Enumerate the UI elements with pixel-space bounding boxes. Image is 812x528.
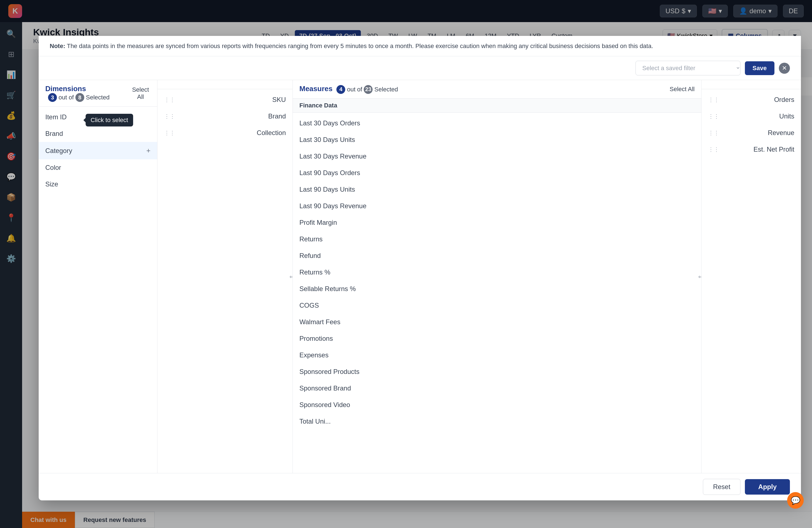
drag-handle-icon: ⋮⋮: [164, 130, 175, 136]
measures-title: Measures: [300, 85, 333, 93]
dimensions-select-all[interactable]: Select All: [130, 86, 150, 101]
dimensions-count: 3: [48, 93, 57, 102]
click-to-select-tooltip: Click to select: [86, 114, 133, 127]
list-item[interactable]: Expenses: [293, 347, 701, 363]
list-item[interactable]: Last 90 Days Units: [293, 181, 701, 198]
size-label: Size: [45, 180, 58, 188]
selected-dimensions-panel: ⋮⋮ SKU ⋮⋮ Brand ⋮⋮ Collection ⇔: [157, 80, 293, 473]
drag-handle-icon: ⋮⋮: [164, 113, 175, 120]
list-item[interactable]: ⋮⋮ Brand: [157, 108, 292, 124]
note-bar: Note: The data points in the measures ar…: [39, 36, 801, 56]
columns-modal: Note: The data points in the measures ar…: [39, 36, 801, 500]
category-label: Category: [45, 147, 72, 155]
dimensions-title-block: Dimensions 3 out of 8 Selected: [45, 85, 130, 102]
measures-resize-handle-icon[interactable]: ⇔: [698, 274, 701, 280]
list-item[interactable]: Sponsored Video: [293, 397, 701, 413]
list-item[interactable]: Item ID Click to select: [39, 109, 157, 126]
measures-list: Last 30 Days Orders Last 30 Days Units L…: [293, 113, 701, 473]
list-item[interactable]: Promotions: [293, 330, 701, 347]
list-item[interactable]: Sponsored Products: [293, 363, 701, 380]
list-item[interactable]: Last 30 Days Units: [293, 131, 701, 148]
measures-badge: 4 out of 23 Selected: [336, 85, 398, 94]
dimensions-badge: 3 out of 8 Selected: [48, 93, 110, 102]
note-label: Note:: [50, 43, 65, 49]
orders-label: Orders: [774, 96, 794, 104]
panels-container: Dimensions 3 out of 8 Selected Select Al…: [39, 80, 801, 473]
drag-handle-icon: ⋮⋮: [164, 97, 175, 103]
measures-total: 23: [364, 85, 373, 94]
list-item[interactable]: Size: [39, 176, 157, 192]
list-item[interactable]: Sellable Returns %: [293, 281, 701, 297]
list-item[interactable]: Last 30 Days Revenue: [293, 148, 701, 165]
list-item[interactable]: ⋮⋮ Revenue: [701, 124, 801, 141]
revenue-label: Revenue: [768, 129, 794, 137]
dimensions-out-of: out of: [59, 94, 74, 101]
add-category-button[interactable]: +: [146, 146, 150, 155]
drag-handle-icon: ⋮⋮: [708, 113, 719, 120]
list-item[interactable]: Total Uni...: [293, 413, 701, 430]
note-text: The data points in the measures are sync…: [67, 43, 653, 49]
list-item[interactable]: Last 30 Days Orders: [293, 115, 701, 131]
list-item[interactable]: ⋮⋮ Orders: [701, 91, 801, 108]
dimensions-panel: Dimensions 3 out of 8 Selected Select Al…: [39, 80, 157, 473]
modal-close-button[interactable]: ✕: [779, 63, 790, 74]
selected-measures-list: ⋮⋮ Orders ⋮⋮ Units ⋮⋮ Revenue ⋮⋮ Est. Ne…: [701, 89, 801, 473]
list-item[interactable]: Last 90 Days Revenue: [293, 198, 701, 214]
dimensions-list: Item ID Click to select Brand Category +…: [39, 107, 157, 473]
list-item[interactable]: Returns: [293, 231, 701, 247]
item-id-label: Item ID: [45, 113, 67, 121]
modal-footer: Reset Apply: [39, 473, 801, 500]
list-item[interactable]: ⋮⋮ SKU: [157, 91, 292, 108]
reset-button[interactable]: Reset: [703, 479, 741, 495]
measures-panel: Measures 4 out of 23 Selected Select All…: [293, 80, 701, 473]
list-item[interactable]: Refund: [293, 247, 701, 264]
list-item[interactable]: Last 90 Days Orders: [293, 165, 701, 181]
brand-label: Brand: [45, 130, 63, 137]
measures-out-of: out of: [347, 86, 362, 93]
list-item[interactable]: Color: [39, 159, 157, 176]
finance-data-group: Finance Data: [293, 99, 701, 113]
units-label: Units: [779, 113, 794, 120]
drag-handle-icon: ⋮⋮: [708, 97, 719, 103]
list-item[interactable]: Category +: [39, 142, 157, 159]
save-filter-button[interactable]: Save: [745, 61, 774, 75]
measures-select-all[interactable]: Select All: [670, 86, 695, 93]
measures-selected-label: Selected: [374, 86, 398, 93]
est-net-profit-label: Est. Net Profit: [753, 146, 794, 153]
drag-handle-icon: ⋮⋮: [708, 146, 719, 153]
filter-row: Select a saved filter Save ✕: [39, 56, 801, 80]
measures-title-block: Measures 4 out of 23 Selected: [300, 85, 398, 94]
color-label: Color: [45, 164, 61, 172]
list-item[interactable]: ⋮⋮ Est. Net Profit: [701, 141, 801, 158]
list-item[interactable]: Walmart Fees: [293, 314, 701, 330]
list-item[interactable]: COGS: [293, 297, 701, 314]
list-item[interactable]: ⋮⋮ Units: [701, 108, 801, 124]
selected-measures-panel: ⋮⋮ Orders ⋮⋮ Units ⋮⋮ Revenue ⋮⋮ Est. Ne…: [701, 80, 801, 473]
apply-button[interactable]: Apply: [745, 479, 790, 495]
list-item[interactable]: Profit Margin: [293, 214, 701, 231]
dimensions-title: Dimensions: [45, 85, 86, 93]
selected-dims-header: [157, 80, 292, 89]
measures-panel-header: Measures 4 out of 23 Selected Select All: [293, 80, 701, 99]
resize-handle-icon[interactable]: ⇔: [289, 274, 293, 280]
dimensions-panel-header: Dimensions 3 out of 8 Selected Select Al…: [39, 80, 157, 107]
saved-filter-select[interactable]: Select a saved filter: [636, 61, 740, 75]
support-bubble[interactable]: 💬: [787, 492, 804, 509]
sku-label: SKU: [272, 96, 286, 104]
drag-handle-icon: ⋮⋮: [708, 130, 719, 136]
collection-label: Collection: [257, 129, 286, 137]
list-item[interactable]: Sponsored Brand: [293, 380, 701, 397]
dimensions-total: 8: [75, 93, 84, 102]
selected-dimensions-list: ⋮⋮ SKU ⋮⋮ Brand ⋮⋮ Collection: [157, 89, 292, 473]
brand-selected-label: Brand: [268, 113, 286, 120]
dimensions-selected-label: Selected: [86, 94, 110, 101]
selected-measures-header: [701, 80, 801, 89]
list-item[interactable]: ⋮⋮ Collection: [157, 124, 292, 141]
list-item[interactable]: Brand: [39, 126, 157, 142]
list-item[interactable]: Returns %: [293, 264, 701, 281]
measures-count: 4: [336, 85, 345, 94]
